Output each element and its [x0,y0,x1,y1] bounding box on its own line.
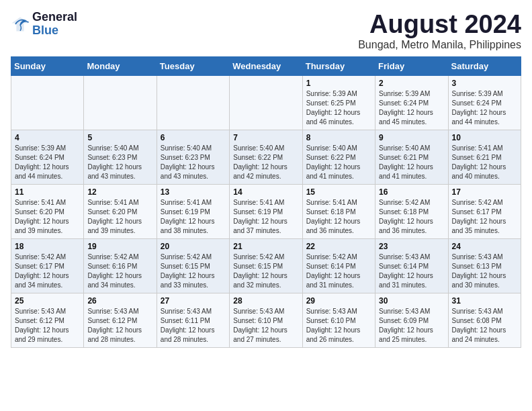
day-info: Sunrise: 5:42 AM Sunset: 6:17 PM Dayligh… [452,198,517,236]
month-year-title: August 2024 [358,11,521,39]
day-info: Sunrise: 5:42 AM Sunset: 6:16 PM Dayligh… [87,253,152,290]
calendar-day-24: 24Sunrise: 5:43 AM Sunset: 6:13 PM Dayli… [448,238,521,293]
day-number: 28 [233,296,298,306]
title-block: August 2024 Bungad, Metro Manila, Philip… [358,11,521,51]
location-subtitle: Bungad, Metro Manila, Philippines [358,39,521,51]
day-headers-row: SundayMondayTuesdayWednesdayThursdayFrid… [11,56,521,75]
day-header-thursday: Thursday [302,56,375,75]
day-number: 25 [15,296,80,306]
day-info: Sunrise: 5:43 AM Sunset: 6:10 PM Dayligh… [233,307,298,345]
calendar-day-6: 6Sunrise: 5:40 AM Sunset: 6:23 PM Daylig… [157,130,229,184]
calendar-day-22: 22Sunrise: 5:42 AM Sunset: 6:14 PM Dayli… [302,238,375,293]
day-number: 21 [233,242,298,251]
day-number: 26 [87,296,152,306]
calendar-empty [11,75,84,130]
calendar-day-2: 2Sunrise: 5:39 AM Sunset: 6:24 PM Daylig… [375,75,448,130]
calendar-day-7: 7Sunrise: 5:40 AM Sunset: 6:22 PM Daylig… [230,130,302,184]
day-number: 12 [87,187,152,197]
day-info: Sunrise: 5:43 AM Sunset: 6:09 PM Dayligh… [379,307,444,345]
day-number: 23 [379,242,444,251]
day-info: Sunrise: 5:41 AM Sunset: 6:19 PM Dayligh… [233,198,298,236]
calendar-day-29: 29Sunrise: 5:43 AM Sunset: 6:10 PM Dayli… [302,293,375,347]
day-number: 24 [452,242,517,251]
day-info: Sunrise: 5:39 AM Sunset: 6:24 PM Dayligh… [452,89,517,127]
day-number: 18 [15,242,80,251]
day-info: Sunrise: 5:42 AM Sunset: 6:17 PM Dayligh… [15,253,80,290]
day-number: 16 [379,187,444,197]
day-number: 3 [452,79,517,88]
day-header-saturday: Saturday [448,56,521,75]
day-info: Sunrise: 5:40 AM Sunset: 6:23 PM Dayligh… [161,144,226,181]
calendar-week-1: 1Sunrise: 5:39 AM Sunset: 6:25 PM Daylig… [11,75,521,130]
calendar-header: SundayMondayTuesdayWednesdayThursdayFrid… [11,56,521,75]
day-number: 13 [161,187,226,197]
day-info: Sunrise: 5:42 AM Sunset: 6:14 PM Dayligh… [306,253,371,290]
day-info: Sunrise: 5:40 AM Sunset: 6:21 PM Dayligh… [379,144,444,181]
day-info: Sunrise: 5:40 AM Sunset: 6:22 PM Dayligh… [306,144,371,181]
day-info: Sunrise: 5:40 AM Sunset: 6:23 PM Dayligh… [87,144,152,181]
logo-bird-icon [11,15,30,34]
day-info: Sunrise: 5:42 AM Sunset: 6:15 PM Dayligh… [233,253,298,290]
calendar-week-3: 11Sunrise: 5:41 AM Sunset: 6:20 PM Dayli… [11,184,521,238]
day-info: Sunrise: 5:42 AM Sunset: 6:15 PM Dayligh… [161,253,226,290]
calendar-day-23: 23Sunrise: 5:43 AM Sunset: 6:14 PM Dayli… [375,238,448,293]
calendar-day-16: 16Sunrise: 5:42 AM Sunset: 6:18 PM Dayli… [375,184,448,238]
calendar-day-31: 31Sunrise: 5:43 AM Sunset: 6:08 PM Dayli… [448,293,521,347]
calendar-day-1: 1Sunrise: 5:39 AM Sunset: 6:25 PM Daylig… [302,75,375,130]
day-header-tuesday: Tuesday [157,56,229,75]
day-number: 15 [306,187,371,197]
calendar-day-14: 14Sunrise: 5:41 AM Sunset: 6:19 PM Dayli… [230,184,302,238]
day-info: Sunrise: 5:41 AM Sunset: 6:18 PM Dayligh… [306,198,371,236]
day-info: Sunrise: 5:39 AM Sunset: 6:25 PM Dayligh… [306,89,371,127]
day-info: Sunrise: 5:39 AM Sunset: 6:24 PM Dayligh… [15,144,80,181]
calendar-day-26: 26Sunrise: 5:43 AM Sunset: 6:12 PM Dayli… [84,293,157,347]
day-info: Sunrise: 5:43 AM Sunset: 6:08 PM Dayligh… [452,307,517,345]
day-header-friday: Friday [375,56,448,75]
day-header-monday: Monday [84,56,157,75]
day-number: 9 [379,133,444,142]
day-number: 5 [87,133,152,142]
day-number: 2 [379,79,444,88]
calendar-day-30: 30Sunrise: 5:43 AM Sunset: 6:09 PM Dayli… [375,293,448,347]
day-info: Sunrise: 5:42 AM Sunset: 6:18 PM Dayligh… [379,198,444,236]
calendar-day-13: 13Sunrise: 5:41 AM Sunset: 6:19 PM Dayli… [157,184,229,238]
day-number: 7 [233,133,298,142]
day-number: 14 [233,187,298,197]
calendar-day-10: 10Sunrise: 5:41 AM Sunset: 6:21 PM Dayli… [448,130,521,184]
day-number: 30 [379,296,444,306]
calendar-day-18: 18Sunrise: 5:42 AM Sunset: 6:17 PM Dayli… [11,238,84,293]
day-number: 1 [306,79,371,88]
day-info: Sunrise: 5:43 AM Sunset: 6:14 PM Dayligh… [379,253,444,290]
day-number: 31 [452,296,517,306]
logo: General Blue [11,11,77,38]
day-number: 17 [452,187,517,197]
calendar-week-4: 18Sunrise: 5:42 AM Sunset: 6:17 PM Dayli… [11,238,521,293]
day-number: 29 [306,296,371,306]
day-info: Sunrise: 5:41 AM Sunset: 6:20 PM Dayligh… [15,198,80,236]
day-number: 10 [452,133,517,142]
calendar-day-8: 8Sunrise: 5:40 AM Sunset: 6:22 PM Daylig… [302,130,375,184]
logo-text: General Blue [32,11,77,38]
calendar-table: SundayMondayTuesdayWednesdayThursdayFrid… [11,56,521,348]
calendar-week-5: 25Sunrise: 5:43 AM Sunset: 6:12 PM Dayli… [11,293,521,347]
day-header-sunday: Sunday [11,56,84,75]
calendar-body: 1Sunrise: 5:39 AM Sunset: 6:25 PM Daylig… [11,75,521,347]
calendar-day-5: 5Sunrise: 5:40 AM Sunset: 6:23 PM Daylig… [84,130,157,184]
day-number: 4 [15,133,80,142]
calendar-day-28: 28Sunrise: 5:43 AM Sunset: 6:10 PM Dayli… [230,293,302,347]
day-info: Sunrise: 5:41 AM Sunset: 6:21 PM Dayligh… [452,144,517,181]
calendar-day-4: 4Sunrise: 5:39 AM Sunset: 6:24 PM Daylig… [11,130,84,184]
calendar-day-3: 3Sunrise: 5:39 AM Sunset: 6:24 PM Daylig… [448,75,521,130]
calendar-empty [230,75,302,130]
day-info: Sunrise: 5:41 AM Sunset: 6:20 PM Dayligh… [87,198,152,236]
page-header: General Blue August 2024 Bungad, Metro M… [11,11,521,51]
calendar-day-11: 11Sunrise: 5:41 AM Sunset: 6:20 PM Dayli… [11,184,84,238]
day-info: Sunrise: 5:39 AM Sunset: 6:24 PM Dayligh… [379,89,444,127]
calendar-day-20: 20Sunrise: 5:42 AM Sunset: 6:15 PM Dayli… [157,238,229,293]
calendar-empty [157,75,229,130]
day-number: 19 [87,242,152,251]
calendar-day-27: 27Sunrise: 5:43 AM Sunset: 6:11 PM Dayli… [157,293,229,347]
calendar-empty [84,75,157,130]
calendar-day-15: 15Sunrise: 5:41 AM Sunset: 6:18 PM Dayli… [302,184,375,238]
day-info: Sunrise: 5:43 AM Sunset: 6:13 PM Dayligh… [452,253,517,290]
